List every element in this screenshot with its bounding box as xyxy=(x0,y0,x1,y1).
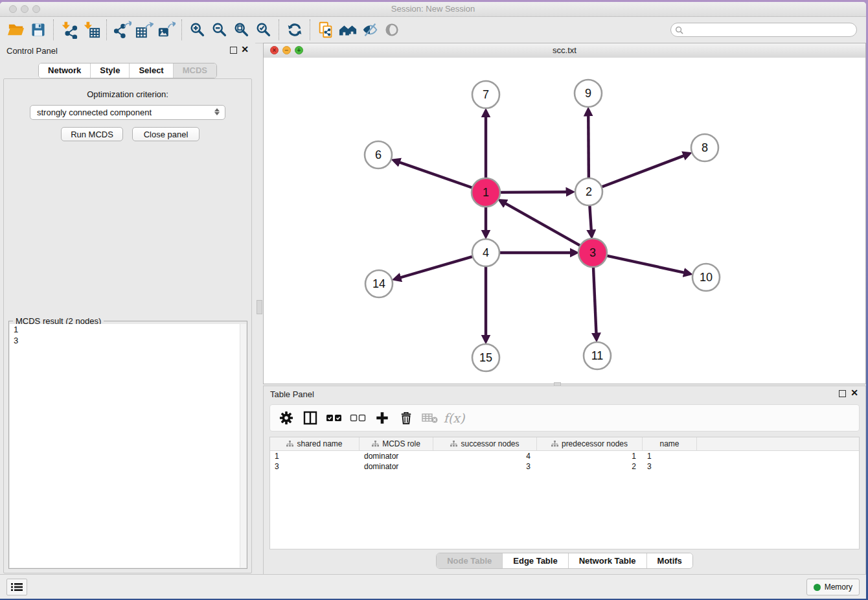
table-cell[interactable]: 2 xyxy=(537,461,643,472)
delete-table-icon xyxy=(422,410,439,426)
column-header-successor-nodes[interactable]: successor nodes xyxy=(433,437,537,450)
memory-button[interactable]: Memory xyxy=(806,579,860,595)
optimization-criterion-select[interactable]: strongly connected component xyxy=(30,105,225,120)
graph-edge-3-1[interactable] xyxy=(505,203,580,246)
tab-node-table[interactable]: Node Table xyxy=(437,553,503,568)
run-mcds-button[interactable]: Run MCDS xyxy=(61,127,123,141)
zoom-selected-icon[interactable] xyxy=(253,19,275,40)
zoom-in-icon[interactable] xyxy=(187,19,209,40)
graph-edge-4-14[interactable] xyxy=(400,257,472,277)
settings-gear-icon[interactable] xyxy=(278,410,295,426)
tab-mcds[interactable]: MCDS xyxy=(174,63,216,78)
graph-edge-1-6[interactable] xyxy=(399,162,472,188)
graph-edge-2-3[interactable] xyxy=(589,206,591,231)
export-network-icon[interactable] xyxy=(111,19,133,40)
memory-status-icon xyxy=(814,584,821,591)
mcds-result-groupbox: MCDS result (2 nodes) 1 3 xyxy=(8,321,247,569)
network-title: scc.txt xyxy=(264,45,865,55)
column-tree-icon xyxy=(372,441,379,448)
graph-node-11[interactable]: 11 xyxy=(584,342,611,369)
svg-text:4: 4 xyxy=(483,246,489,259)
table-cell[interactable]: 3 xyxy=(270,461,360,472)
column-header-name[interactable]: name xyxy=(643,437,697,450)
table-panel: Table Panel ✕ xyxy=(263,386,866,575)
table-cell[interactable]: 1 xyxy=(537,451,643,461)
tab-edge-table[interactable]: Edge Table xyxy=(503,553,568,568)
result-scrollbar[interactable] xyxy=(240,324,246,568)
split-columns-icon[interactable] xyxy=(302,410,319,426)
svg-text:11: 11 xyxy=(591,349,604,362)
tab-network-table[interactable]: Network Table xyxy=(569,553,647,568)
float-panel-icon[interactable] xyxy=(230,47,237,54)
function-builder-icon: f(x) xyxy=(446,410,463,426)
graph-node-14[interactable]: 14 xyxy=(365,270,393,297)
select-all-columns-icon[interactable] xyxy=(326,410,343,426)
mcds-result-list[interactable]: 1 3 xyxy=(10,324,246,568)
table-row[interactable]: 1dominator411 xyxy=(270,451,859,461)
zoom-fit-icon[interactable] xyxy=(231,19,253,40)
graph-node-7[interactable]: 7 xyxy=(472,81,499,108)
table-cell[interactable]: 3 xyxy=(433,461,537,472)
apply-layout-icon[interactable] xyxy=(284,19,306,40)
table-cell[interactable]: dominator xyxy=(360,461,433,472)
float-table-panel-icon[interactable] xyxy=(839,390,846,397)
close-table-panel-icon[interactable]: ✕ xyxy=(851,387,858,398)
graph-edge-3-11[interactable] xyxy=(593,267,597,334)
hide-graphics-details-icon[interactable] xyxy=(359,19,381,40)
graph-node-1[interactable]: 1 xyxy=(472,178,500,207)
column-header-MCDS-role[interactable]: MCDS role xyxy=(360,437,433,450)
toolbar-separator xyxy=(181,19,183,40)
control-panel: Control Panel ✕ Network Style Select MCD… xyxy=(0,43,255,575)
import-table-icon[interactable] xyxy=(80,19,102,40)
graph-node-6[interactable]: 6 xyxy=(365,141,392,168)
table-cell[interactable]: 4 xyxy=(433,451,537,461)
table-cell[interactable]: 3 xyxy=(643,461,697,472)
graph-edge-3-10[interactable] xyxy=(606,256,684,273)
tab-style[interactable]: Style xyxy=(91,63,130,78)
tab-motifs[interactable]: Motifs xyxy=(647,553,692,568)
graph-node-4[interactable]: 4 xyxy=(472,239,499,266)
table-cell[interactable]: dominator xyxy=(360,451,433,461)
graph-node-9[interactable]: 9 xyxy=(575,80,602,107)
graph-node-2[interactable]: 2 xyxy=(575,178,602,205)
node-table[interactable]: shared nameMCDS rolesuccessor nodesprede… xyxy=(269,437,860,549)
add-column-icon[interactable] xyxy=(374,410,391,426)
network-canvas[interactable]: 7968124314101511 xyxy=(264,58,865,384)
close-panel-icon[interactable]: ✕ xyxy=(241,44,249,54)
tab-network[interactable]: Network xyxy=(39,63,91,78)
toolbar-separator xyxy=(279,19,280,40)
search-icon xyxy=(675,25,683,37)
table-row[interactable]: 3dominator323 xyxy=(270,461,859,472)
column-header-predecessor-nodes[interactable]: predecessor nodes xyxy=(537,437,643,450)
duplicate-network-icon[interactable] xyxy=(315,19,337,40)
zoom-out-icon[interactable] xyxy=(209,19,231,40)
graph-edge-2-9[interactable] xyxy=(588,115,589,178)
home-icon[interactable] xyxy=(337,19,359,40)
graph-node-8[interactable]: 8 xyxy=(691,134,718,161)
mcds-result-item: 3 xyxy=(10,335,246,346)
export-image-icon[interactable] xyxy=(155,19,177,40)
deselect-all-columns-icon[interactable] xyxy=(350,410,367,426)
close-panel-button[interactable]: Close panel xyxy=(132,127,200,141)
network-titlebar: × − + scc.txt xyxy=(264,43,865,58)
tab-select[interactable]: Select xyxy=(130,63,173,78)
open-session-icon[interactable] xyxy=(5,19,27,40)
column-tree-icon xyxy=(286,441,293,448)
graph-node-3[interactable]: 3 xyxy=(578,238,607,267)
svg-text:14: 14 xyxy=(372,277,385,290)
save-session-icon[interactable] xyxy=(27,19,49,40)
export-table-icon[interactable] xyxy=(133,19,155,40)
graph-edge-1-2[interactable] xyxy=(500,192,567,192)
table-cell[interactable]: 1 xyxy=(643,451,697,461)
delete-column-icon[interactable] xyxy=(398,410,415,426)
column-header-shared-name[interactable]: shared name xyxy=(270,437,360,450)
search-input[interactable] xyxy=(670,23,857,37)
import-network-icon[interactable] xyxy=(58,19,80,40)
function-label: f(x) xyxy=(444,411,465,425)
task-history-button[interactable] xyxy=(6,579,27,595)
table-cell[interactable]: 1 xyxy=(270,451,360,461)
vertical-splitter-handle[interactable] xyxy=(257,300,262,314)
graph-node-10[interactable]: 10 xyxy=(692,264,720,291)
graph-edge-2-8[interactable] xyxy=(602,156,685,187)
graph-node-15[interactable]: 15 xyxy=(472,344,499,371)
